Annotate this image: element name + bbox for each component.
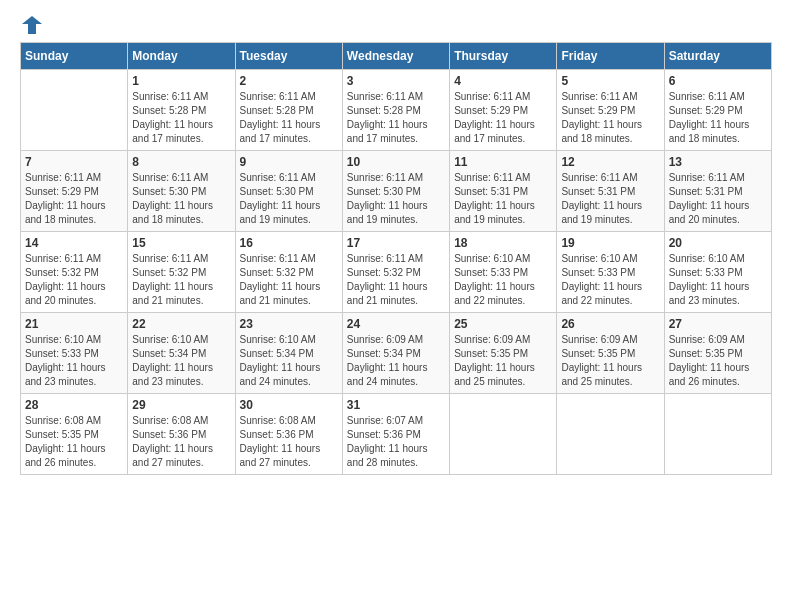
calendar-cell: 8Sunrise: 6:11 AM Sunset: 5:30 PM Daylig… <box>128 151 235 232</box>
day-number: 2 <box>240 74 338 88</box>
calendar-cell <box>21 70 128 151</box>
calendar-cell: 28Sunrise: 6:08 AM Sunset: 5:35 PM Dayli… <box>21 394 128 475</box>
day-number: 7 <box>25 155 123 169</box>
calendar-cell: 13Sunrise: 6:11 AM Sunset: 5:31 PM Dayli… <box>664 151 771 232</box>
calendar-cell: 16Sunrise: 6:11 AM Sunset: 5:32 PM Dayli… <box>235 232 342 313</box>
day-info: Sunrise: 6:11 AM Sunset: 5:28 PM Dayligh… <box>132 90 230 146</box>
day-info: Sunrise: 6:08 AM Sunset: 5:36 PM Dayligh… <box>240 414 338 470</box>
day-info: Sunrise: 6:11 AM Sunset: 5:31 PM Dayligh… <box>669 171 767 227</box>
column-header-saturday: Saturday <box>664 43 771 70</box>
column-header-tuesday: Tuesday <box>235 43 342 70</box>
day-info: Sunrise: 6:08 AM Sunset: 5:35 PM Dayligh… <box>25 414 123 470</box>
day-number: 4 <box>454 74 552 88</box>
day-number: 22 <box>132 317 230 331</box>
calendar-cell <box>664 394 771 475</box>
calendar-cell: 5Sunrise: 6:11 AM Sunset: 5:29 PM Daylig… <box>557 70 664 151</box>
day-number: 27 <box>669 317 767 331</box>
calendar-cell: 30Sunrise: 6:08 AM Sunset: 5:36 PM Dayli… <box>235 394 342 475</box>
day-number: 8 <box>132 155 230 169</box>
day-number: 25 <box>454 317 552 331</box>
day-number: 24 <box>347 317 445 331</box>
day-info: Sunrise: 6:11 AM Sunset: 5:32 PM Dayligh… <box>132 252 230 308</box>
day-number: 6 <box>669 74 767 88</box>
column-header-friday: Friday <box>557 43 664 70</box>
day-number: 28 <box>25 398 123 412</box>
calendar-cell: 9Sunrise: 6:11 AM Sunset: 5:30 PM Daylig… <box>235 151 342 232</box>
day-number: 30 <box>240 398 338 412</box>
calendar-cell: 7Sunrise: 6:11 AM Sunset: 5:29 PM Daylig… <box>21 151 128 232</box>
calendar-cell: 23Sunrise: 6:10 AM Sunset: 5:34 PM Dayli… <box>235 313 342 394</box>
day-info: Sunrise: 6:11 AM Sunset: 5:30 PM Dayligh… <box>347 171 445 227</box>
day-number: 13 <box>669 155 767 169</box>
calendar-cell <box>450 394 557 475</box>
calendar-cell: 25Sunrise: 6:09 AM Sunset: 5:35 PM Dayli… <box>450 313 557 394</box>
calendar-cell: 24Sunrise: 6:09 AM Sunset: 5:34 PM Dayli… <box>342 313 449 394</box>
day-number: 23 <box>240 317 338 331</box>
week-row-5: 28Sunrise: 6:08 AM Sunset: 5:35 PM Dayli… <box>21 394 772 475</box>
calendar-cell: 3Sunrise: 6:11 AM Sunset: 5:28 PM Daylig… <box>342 70 449 151</box>
week-row-3: 14Sunrise: 6:11 AM Sunset: 5:32 PM Dayli… <box>21 232 772 313</box>
day-info: Sunrise: 6:08 AM Sunset: 5:36 PM Dayligh… <box>132 414 230 470</box>
day-info: Sunrise: 6:11 AM Sunset: 5:32 PM Dayligh… <box>25 252 123 308</box>
day-number: 12 <box>561 155 659 169</box>
svg-marker-0 <box>22 16 42 34</box>
calendar-cell: 29Sunrise: 6:08 AM Sunset: 5:36 PM Dayli… <box>128 394 235 475</box>
day-info: Sunrise: 6:11 AM Sunset: 5:31 PM Dayligh… <box>454 171 552 227</box>
header-row: SundayMondayTuesdayWednesdayThursdayFrid… <box>21 43 772 70</box>
day-info: Sunrise: 6:11 AM Sunset: 5:29 PM Dayligh… <box>25 171 123 227</box>
column-header-wednesday: Wednesday <box>342 43 449 70</box>
calendar-cell <box>557 394 664 475</box>
day-number: 20 <box>669 236 767 250</box>
day-info: Sunrise: 6:11 AM Sunset: 5:29 PM Dayligh… <box>561 90 659 146</box>
day-info: Sunrise: 6:10 AM Sunset: 5:34 PM Dayligh… <box>240 333 338 389</box>
calendar-cell: 4Sunrise: 6:11 AM Sunset: 5:29 PM Daylig… <box>450 70 557 151</box>
day-number: 18 <box>454 236 552 250</box>
day-number: 9 <box>240 155 338 169</box>
calendar-cell: 21Sunrise: 6:10 AM Sunset: 5:33 PM Dayli… <box>21 313 128 394</box>
day-number: 5 <box>561 74 659 88</box>
day-number: 21 <box>25 317 123 331</box>
day-info: Sunrise: 6:11 AM Sunset: 5:29 PM Dayligh… <box>669 90 767 146</box>
calendar-cell: 14Sunrise: 6:11 AM Sunset: 5:32 PM Dayli… <box>21 232 128 313</box>
day-number: 17 <box>347 236 445 250</box>
column-header-sunday: Sunday <box>21 43 128 70</box>
day-number: 31 <box>347 398 445 412</box>
day-number: 16 <box>240 236 338 250</box>
day-number: 1 <box>132 74 230 88</box>
logo <box>20 20 42 32</box>
day-info: Sunrise: 6:11 AM Sunset: 5:28 PM Dayligh… <box>347 90 445 146</box>
day-info: Sunrise: 6:11 AM Sunset: 5:32 PM Dayligh… <box>347 252 445 308</box>
calendar-cell: 27Sunrise: 6:09 AM Sunset: 5:35 PM Dayli… <box>664 313 771 394</box>
day-number: 19 <box>561 236 659 250</box>
calendar-cell: 22Sunrise: 6:10 AM Sunset: 5:34 PM Dayli… <box>128 313 235 394</box>
day-info: Sunrise: 6:10 AM Sunset: 5:33 PM Dayligh… <box>669 252 767 308</box>
day-info: Sunrise: 6:11 AM Sunset: 5:30 PM Dayligh… <box>132 171 230 227</box>
column-header-monday: Monday <box>128 43 235 70</box>
day-info: Sunrise: 6:09 AM Sunset: 5:34 PM Dayligh… <box>347 333 445 389</box>
day-info: Sunrise: 6:10 AM Sunset: 5:33 PM Dayligh… <box>561 252 659 308</box>
calendar-cell: 12Sunrise: 6:11 AM Sunset: 5:31 PM Dayli… <box>557 151 664 232</box>
day-info: Sunrise: 6:10 AM Sunset: 5:33 PM Dayligh… <box>454 252 552 308</box>
day-number: 15 <box>132 236 230 250</box>
day-info: Sunrise: 6:09 AM Sunset: 5:35 PM Dayligh… <box>669 333 767 389</box>
logo-icon <box>22 16 42 36</box>
day-info: Sunrise: 6:11 AM Sunset: 5:31 PM Dayligh… <box>561 171 659 227</box>
day-info: Sunrise: 6:07 AM Sunset: 5:36 PM Dayligh… <box>347 414 445 470</box>
calendar-cell: 26Sunrise: 6:09 AM Sunset: 5:35 PM Dayli… <box>557 313 664 394</box>
day-info: Sunrise: 6:10 AM Sunset: 5:34 PM Dayligh… <box>132 333 230 389</box>
day-info: Sunrise: 6:11 AM Sunset: 5:30 PM Dayligh… <box>240 171 338 227</box>
day-number: 26 <box>561 317 659 331</box>
day-info: Sunrise: 6:09 AM Sunset: 5:35 PM Dayligh… <box>454 333 552 389</box>
calendar-cell: 2Sunrise: 6:11 AM Sunset: 5:28 PM Daylig… <box>235 70 342 151</box>
page-header <box>20 20 772 32</box>
day-number: 3 <box>347 74 445 88</box>
calendar-cell: 18Sunrise: 6:10 AM Sunset: 5:33 PM Dayli… <box>450 232 557 313</box>
calendar-cell: 6Sunrise: 6:11 AM Sunset: 5:29 PM Daylig… <box>664 70 771 151</box>
week-row-4: 21Sunrise: 6:10 AM Sunset: 5:33 PM Dayli… <box>21 313 772 394</box>
calendar-cell: 1Sunrise: 6:11 AM Sunset: 5:28 PM Daylig… <box>128 70 235 151</box>
column-header-thursday: Thursday <box>450 43 557 70</box>
day-info: Sunrise: 6:11 AM Sunset: 5:32 PM Dayligh… <box>240 252 338 308</box>
calendar-table: SundayMondayTuesdayWednesdayThursdayFrid… <box>20 42 772 475</box>
day-number: 10 <box>347 155 445 169</box>
day-number: 29 <box>132 398 230 412</box>
